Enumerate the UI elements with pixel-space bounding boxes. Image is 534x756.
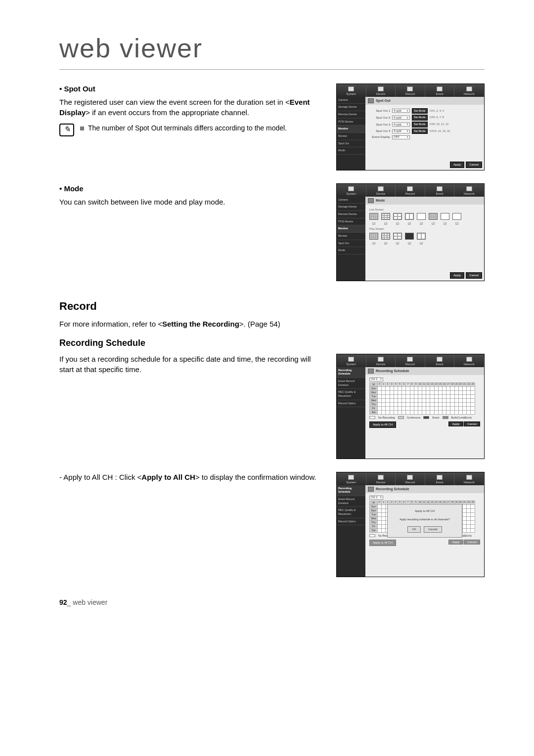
apply-all-button[interactable]: Apply to All CH (369, 421, 396, 427)
tab-event[interactable]: Event (425, 84, 455, 97)
sidebar-item-event-duration[interactable]: Event Record Duration (337, 496, 365, 507)
grid-seq-icon[interactable] (452, 213, 461, 220)
channels-text: CH5, 6, 7, 8 (430, 116, 444, 120)
select-split[interactable]: 4-split▾ (392, 109, 410, 113)
tab-network[interactable]: Network (454, 354, 484, 367)
panel-icon (368, 487, 374, 492)
tab-record[interactable]: Record (396, 354, 425, 367)
checkbox[interactable]: ☑ (393, 241, 402, 246)
tab-system[interactable]: System (337, 184, 366, 197)
apply-all-section: - Apply to All CH : Click <Apply to All … (59, 472, 485, 580)
tab-system[interactable]: System (337, 472, 366, 485)
sidebar-item-record-option[interactable]: Record Option (337, 400, 365, 408)
checkbox[interactable]: ☑ (369, 221, 378, 226)
grid-1-icon[interactable] (405, 233, 414, 240)
sidebar-item-monitor2[interactable]: Monitor (337, 233, 365, 240)
set-mode-button[interactable]: Set Mode (412, 122, 428, 127)
tab-label: System (346, 92, 356, 96)
tab-event[interactable]: Event (425, 184, 455, 197)
schedule-grid[interactable]: M01234567891011121314151617181920212223S… (369, 382, 475, 415)
sidebar-item-monitor[interactable]: Monitor (337, 126, 365, 133)
checkbox[interactable]: ☑ (452, 221, 461, 226)
grid-2x2-icon[interactable] (393, 213, 402, 220)
checkbox[interactable]: ☑ (381, 221, 390, 226)
grid-1x2-icon[interactable] (405, 213, 414, 220)
sidebar-item-quality[interactable]: REC Quality & Resolution (337, 507, 365, 518)
grid-3x3-icon[interactable] (381, 213, 390, 220)
sidebar-item-pos[interactable]: POS Device (337, 119, 365, 126)
grid-mix-icon[interactable] (429, 213, 438, 220)
grid-1-icon[interactable] (417, 213, 426, 220)
tab-network[interactable]: Network (454, 84, 484, 97)
set-mode-button[interactable]: Set Mode (412, 115, 428, 121)
tab-system[interactable]: System (337, 354, 366, 367)
checkbox[interactable]: ☑ (405, 241, 414, 246)
select-split[interactable]: 4-split▾ (392, 129, 410, 133)
tab-record[interactable]: Record (396, 84, 425, 97)
sidebar-item-remote[interactable]: Remote Device (337, 211, 365, 218)
select-split[interactable]: 4-split▾ (392, 123, 410, 126)
screenshot-apply-all: System Device Record Event Network Recor… (336, 472, 485, 577)
cancel-button[interactable]: Cancel (466, 272, 482, 278)
tab-network[interactable]: Network (454, 472, 484, 485)
checkbox[interactable]: ☑ (441, 221, 449, 226)
channel-select[interactable]: CH 1▾ (369, 378, 383, 381)
sidebar-item-camera[interactable]: Camera (337, 197, 365, 204)
sidebar-item-spotout[interactable]: Spot Out (337, 140, 365, 148)
select-event-display[interactable]: OFF▾ (392, 135, 410, 139)
tab-system[interactable]: System (337, 84, 366, 97)
tab-device[interactable]: Device (366, 184, 396, 197)
grid-4x4-icon[interactable] (369, 213, 378, 220)
system-icon (348, 186, 354, 191)
sidebar-item-monitor[interactable]: Monitor (337, 225, 365, 233)
checkbox[interactable]: ☑ (417, 221, 426, 226)
grid-1x2-icon[interactable] (417, 233, 426, 240)
grid-2x2-icon[interactable] (393, 233, 402, 240)
channels-text: CH13, 14, 15, 16 (430, 129, 450, 133)
sidebar-item-pos[interactable]: POS Device (337, 218, 365, 226)
tab-device[interactable]: Device (366, 354, 396, 367)
grid-3x3-icon[interactable] (381, 233, 390, 240)
cancel-button[interactable]: Cancel (466, 162, 482, 168)
grid-4x4-icon[interactable] (369, 233, 378, 240)
checkbox[interactable]: ☑ (381, 241, 390, 246)
cancel-button[interactable]: Cancel (424, 526, 442, 532)
tab-event[interactable]: Event (425, 472, 455, 485)
sidebar-item-storage[interactable]: Storage Device (337, 104, 365, 111)
sidebar-item-mode[interactable]: Mode (337, 247, 365, 254)
sidebar-item-camera[interactable]: Camera (337, 97, 365, 104)
select-split[interactable]: 4-split▾ (392, 116, 410, 120)
sidebar-item-remote[interactable]: Remote Device (337, 111, 365, 119)
sidebar-item-schedule[interactable]: Recording Schedule (337, 485, 365, 496)
set-mode-button[interactable]: Set Mode (412, 128, 428, 134)
apply-button[interactable]: Apply (448, 421, 463, 426)
sidebar-item-spotout[interactable]: Spot Out (337, 240, 365, 248)
apply-button[interactable]: Apply (450, 272, 464, 278)
sidebar-item-schedule[interactable]: Recording Schedule (337, 367, 365, 378)
sidebar-item-record-option[interactable]: Record Option (337, 518, 365, 526)
set-mode-button[interactable]: Set Mode (412, 108, 428, 114)
ok-button[interactable]: OK (407, 526, 421, 532)
tab-network[interactable]: Network (454, 184, 484, 197)
tab-record[interactable]: Record (396, 472, 425, 485)
sidebar-item-storage[interactable]: Storage Device (337, 204, 365, 211)
tab-record[interactable]: Record (396, 184, 425, 197)
tab-device[interactable]: Device (366, 84, 396, 97)
sidebar-item-event-duration[interactable]: Event Record Duration (337, 378, 365, 389)
checkbox[interactable]: ☑ (369, 241, 378, 246)
tab-event[interactable]: Event (425, 354, 455, 367)
tab-device[interactable]: Device (366, 472, 396, 485)
checkbox[interactable]: ☑ (405, 221, 414, 226)
cancel-button[interactable]: Cancel (464, 421, 480, 426)
checkbox[interactable]: ☑ (429, 221, 438, 226)
sidebar-item-mode[interactable]: Mode (337, 147, 365, 155)
text: The number of Spot Out terminals differs… (88, 124, 287, 132)
checkbox[interactable]: ☑ (417, 241, 426, 246)
sidebar-item-monitor2[interactable]: Monitor (337, 133, 365, 140)
apply-button[interactable]: Apply (450, 162, 464, 168)
channel-select[interactable]: CH 1▾ (369, 496, 383, 500)
tab-bar: System Device Record Event Network (337, 472, 484, 485)
sidebar-item-quality[interactable]: REC Quality & Resolution (337, 389, 365, 400)
grid-pip-icon[interactable] (441, 213, 449, 220)
checkbox[interactable]: ☑ (393, 221, 402, 226)
